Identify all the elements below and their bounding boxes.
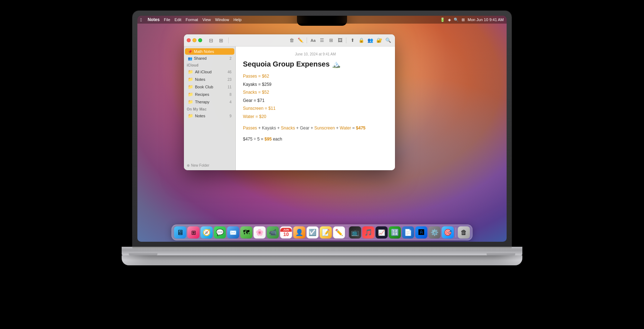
menubar-file[interactable]: File	[164, 18, 170, 22]
menubar-window[interactable]: Window	[215, 18, 229, 22]
menubar-help[interactable]: Help	[233, 18, 241, 22]
folder-icon-notes: 📁	[188, 77, 193, 82]
apple-menu[interactable]: 	[140, 17, 142, 23]
note-title: Sequoia Group Expenses 🏔️	[243, 60, 388, 68]
sidebar-item-shared[interactable]: 👥 Shared 2	[185, 55, 234, 62]
traffic-lights	[187, 38, 202, 42]
wifi-icon: ◈	[448, 18, 451, 22]
dock-icon-numbers[interactable]: 🔢	[389, 226, 401, 239]
folder-icon-mac-notes: 📁	[188, 113, 193, 118]
menubar-left:  Notes File Edit Format View Window Hel…	[140, 17, 241, 23]
dock-icon-maps[interactable]: 🗺	[240, 226, 253, 239]
note-date: June 10, 2024 at 9:41 AM	[243, 52, 388, 56]
dock-icon-facetime[interactable]: 📹	[267, 226, 279, 239]
delete-icon[interactable]: 🗑	[288, 36, 296, 44]
media-icon[interactable]: 🖼	[336, 36, 344, 44]
dock-icon-reminders[interactable]: ☑️	[307, 226, 319, 239]
dock-icon-appstore[interactable]: 🅰	[415, 226, 428, 239]
desktop:  Notes File Edit Format View Window Hel…	[137, 16, 507, 242]
recipes-badge: 8	[229, 93, 231, 97]
mountain-emoji: 🏔️	[332, 60, 341, 68]
search-notes-icon[interactable]: 🔍	[384, 36, 392, 44]
mac-notes-badge: 9	[229, 114, 231, 118]
math-notes-label: Math Notes	[194, 49, 214, 54]
menubar-right: 🔋 ◈ 🔍 ⊞ Mon Jun 10 9:41 AM	[440, 18, 504, 22]
dock-divider-2	[456, 227, 456, 237]
book-club-badge: 11	[228, 85, 231, 89]
dock-icon-trash[interactable]: 🗑	[458, 226, 470, 239]
dock-icon-photos[interactable]: 🌸	[254, 226, 266, 239]
sum-line: Passes + Kayaks + Snacks + Gear + Sunscr…	[243, 124, 388, 132]
dock-icon-music[interactable]: 🎵	[362, 226, 375, 239]
dock-icon-messages[interactable]: 💬	[214, 226, 226, 239]
dock-icon-notes[interactable]: 📝	[320, 226, 332, 239]
sidebar-item-math-notes[interactable]: 📌 Math Notes	[185, 48, 234, 55]
recipes-label: Recipes	[195, 92, 209, 97]
dock-icon-pages[interactable]: 📄	[402, 226, 414, 239]
macbook:  Notes File Edit Format View Window Hel…	[132, 11, 512, 318]
sidebar-item-notes[interactable]: 📁 Notes 23	[185, 76, 234, 83]
grid-view-icon[interactable]: ⊞	[217, 36, 225, 44]
sidebar-toggle-icon[interactable]: ⊟	[207, 36, 215, 44]
sidebar-item-mac-notes[interactable]: 📁 Notes 9	[185, 112, 234, 119]
pin-icon: 📌	[188, 50, 192, 54]
icloud-header: iCloud	[184, 62, 235, 68]
notes-sidebar: 📌 Math Notes 👥 Shared 2 iCloud	[184, 46, 236, 170]
folder-icon-recipes: 📁	[188, 92, 193, 97]
sidebar-item-recipes[interactable]: 📁 Recipes 8	[185, 91, 234, 98]
macbook-base	[122, 247, 522, 255]
dock-icon-tv[interactable]: 📺	[349, 226, 361, 239]
sidebar-item-therapy[interactable]: 📁 Therapy 4	[185, 98, 234, 105]
mac-notes-label: Notes	[195, 114, 205, 118]
menubar-format[interactable]: Format	[186, 18, 198, 22]
people-icon[interactable]: 👥	[366, 36, 374, 44]
expense-kayaks: Kayaks = $259	[243, 81, 388, 89]
control-center-icon[interactable]: ⊞	[462, 18, 465, 22]
dock-icon-freeform[interactable]: ✏️	[333, 226, 345, 239]
shared-icon: 👥	[188, 57, 192, 60]
sidebar-item-all-icloud[interactable]: 📁 All iCloud 46	[185, 68, 234, 75]
dock-icon-safari[interactable]: 🧭	[201, 226, 213, 239]
dock-icon-finder[interactable]: 🖥	[174, 226, 186, 239]
folder-icon-all: 📁	[188, 69, 193, 74]
note-editor[interactable]: June 10, 2024 at 9:41 AM Sequoia Group E…	[236, 46, 395, 170]
dock-icon-launchpad[interactable]: ⊞	[187, 226, 200, 239]
dock-divider	[347, 227, 347, 237]
therapy-badge: 4	[229, 100, 231, 104]
minimize-button[interactable]	[192, 38, 196, 42]
search-menubar-icon[interactable]: 🔍	[454, 18, 459, 22]
dock-icon-contacts[interactable]: 👤	[293, 226, 306, 239]
maximize-button[interactable]	[198, 38, 202, 42]
format-icon[interactable]: Aa	[309, 36, 317, 44]
battery-icon: 🔋	[440, 18, 445, 22]
notes-folder-label: Notes	[195, 77, 205, 82]
table-icon[interactable]: ⊞	[327, 36, 335, 44]
dock-icon-stocks[interactable]: 📈	[376, 226, 388, 239]
all-icloud-label: All iCloud	[195, 70, 211, 74]
plus-icon: ⊕	[187, 163, 190, 167]
dock-icon-calendar[interactable]: JUN 10	[280, 226, 292, 239]
on-my-mac-header: On My Mac	[184, 106, 235, 112]
close-button[interactable]	[187, 38, 191, 42]
note-content[interactable]: Passes = $62 Kayaks = $259 Snacks = $52 …	[243, 73, 388, 143]
sidebar-item-book-club[interactable]: 📁 Book Club 11	[185, 83, 234, 90]
checklist-icon[interactable]: ☰	[318, 36, 326, 44]
clock: Mon Jun 10 9:41 AM	[468, 18, 504, 22]
share-icon[interactable]: ⬆	[348, 36, 356, 44]
new-folder-button[interactable]: ⊕ New Folder	[184, 162, 236, 169]
menubar-edit[interactable]: Edit	[175, 18, 181, 22]
compose-icon[interactable]: ✏️	[297, 36, 304, 44]
expense-snacks: Snacks = $52	[243, 89, 388, 97]
dock-icon-focus[interactable]: 🎯	[442, 226, 454, 239]
dock-icon-mail[interactable]: ✉️	[227, 226, 239, 239]
menubar-app-name[interactable]: Notes	[148, 17, 160, 22]
therapy-label: Therapy	[195, 100, 209, 104]
dock-icon-settings[interactable]: ⚙️	[429, 226, 441, 239]
expense-gear: Gear = $71	[243, 97, 388, 105]
toolbar-right: 🗑 ✏️ Aa ☰ ⊞ 🖼 ⬆ 🔒 👥 🔐 🔍	[288, 36, 392, 44]
menubar-view[interactable]: View	[203, 18, 211, 22]
notes-badge: 23	[228, 78, 231, 82]
lock-icon[interactable]: 🔒	[357, 36, 365, 44]
folder-icon-bookclub: 📁	[188, 84, 193, 89]
lock2-icon[interactable]: 🔐	[375, 36, 383, 44]
